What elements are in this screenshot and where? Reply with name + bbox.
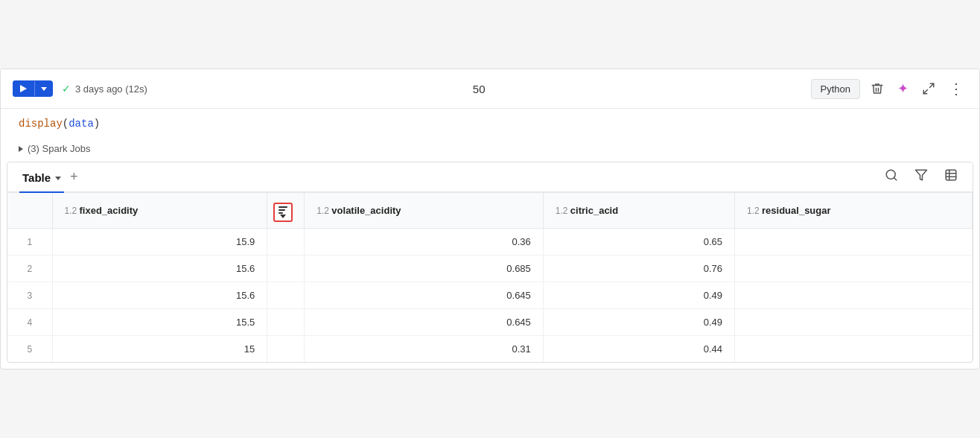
residual-sugar-value [735, 336, 973, 363]
row-number: 3 [7, 282, 52, 309]
search-button[interactable] [882, 165, 901, 188]
table-section: Table + [7, 162, 973, 363]
col-header-sort-btn [267, 193, 305, 229]
table-row: 315.60.6450.49 [7, 282, 973, 309]
row-num-header [7, 193, 52, 229]
citric-acid-value: 0.49 [543, 282, 734, 309]
run-icon [20, 85, 27, 92]
sort-line-3 [279, 212, 283, 214]
search-icon [885, 168, 898, 182]
residual-sugar-value [735, 229, 973, 256]
ai-button[interactable]: ✦ [894, 77, 911, 100]
row-number: 5 [7, 336, 52, 363]
run-btn-group [13, 80, 53, 97]
row-number: 4 [7, 309, 52, 336]
check-icon: ✓ [62, 83, 71, 95]
volatile-acidity-label: volatile_acidity [331, 205, 401, 216]
residual-sugar-value [735, 309, 973, 336]
expand-button[interactable] [919, 79, 938, 98]
tab-actions [882, 165, 961, 188]
citric-acid-value: 0.44 [543, 336, 734, 363]
table-container: 1.2 fixed_acidity [7, 193, 973, 362]
delete-button[interactable] [868, 79, 887, 98]
volatile-acidity-type: 1.2 [316, 206, 331, 216]
svg-line-1 [923, 90, 927, 94]
sort-col-cell [267, 309, 305, 336]
row-number: 1 [7, 229, 52, 256]
code-area: display(data) [1, 109, 979, 139]
ellipsis-icon: ⋮ [949, 80, 964, 98]
code-argument: data [69, 118, 94, 130]
layout-icon [944, 168, 958, 182]
more-button[interactable]: ⋮ [946, 77, 967, 101]
add-tab-button[interactable]: + [64, 169, 84, 185]
fixed-acidity-value: 15.6 [52, 282, 267, 309]
svg-line-0 [930, 83, 934, 87]
trash-icon [871, 82, 884, 95]
table-row: 5150.310.44 [7, 336, 973, 363]
citric-acid-value: 0.49 [543, 309, 734, 336]
run-button[interactable] [13, 80, 34, 97]
svg-line-3 [894, 177, 896, 180]
filter-button[interactable] [911, 165, 931, 188]
spark-jobs-label: (3) Spark Jobs [28, 143, 91, 154]
sort-lines [279, 206, 287, 214]
table-row: 415.50.6450.49 [7, 309, 973, 336]
sparkle-icon: ✦ [897, 80, 909, 97]
header-row: 1.2 fixed_acidity [7, 193, 973, 229]
table-tabs: Table + [7, 162, 973, 193]
volatile-acidity-value: 0.645 [305, 282, 544, 309]
sort-down-icon [280, 215, 286, 218]
execution-count: 50 [156, 83, 802, 95]
col-header-volatile-acidity: 1.2 volatile_acidity [305, 193, 544, 229]
sort-icon [279, 206, 287, 218]
sort-line-2 [279, 209, 285, 211]
fixed-acidity-type: 1.2 [65, 206, 80, 216]
sort-button[interactable] [273, 203, 293, 222]
residual-sugar-type: 1.2 [747, 206, 762, 216]
code-paren-open: ( [63, 118, 69, 130]
chevron-down-icon [41, 87, 47, 91]
table-tab[interactable]: Table [19, 162, 64, 193]
svg-rect-5 [946, 170, 956, 180]
col-header-citric-acid: 1.2 citric_acid [543, 193, 734, 229]
volatile-acidity-value: 0.645 [305, 309, 544, 336]
code-display-func: display [19, 118, 63, 130]
sort-col-cell [267, 256, 305, 282]
fixed-acidity-value: 15.6 [52, 256, 267, 282]
run-dropdown-button[interactable] [35, 83, 53, 95]
residual-sugar-value [735, 282, 973, 309]
filter-icon [914, 168, 928, 182]
volatile-acidity-value: 0.685 [305, 256, 544, 282]
sort-col-cell [267, 282, 305, 309]
spark-expand-icon [19, 146, 23, 152]
data-table: 1.2 fixed_acidity [7, 193, 973, 362]
table-tab-label: Table [22, 171, 51, 184]
table-row: 115.90.360.65 [7, 229, 973, 256]
fixed-acidity-value: 15.9 [52, 229, 267, 256]
svg-marker-4 [916, 170, 927, 180]
residual-sugar-label: residual_sugar [762, 205, 831, 216]
volatile-acidity-value: 0.31 [305, 336, 544, 363]
sort-col-cell [267, 229, 305, 256]
sort-col-cell [267, 336, 305, 363]
fixed-acidity-label: fixed_acidity [80, 205, 139, 216]
language-button[interactable]: Python [811, 79, 860, 99]
status-text: 3 days ago (12s) [75, 83, 147, 95]
toolbar-actions: Python ✦ ⋮ [811, 77, 967, 101]
citric-acid-label: citric_acid [570, 205, 618, 216]
volatile-acidity-value: 0.36 [305, 229, 544, 256]
fixed-acidity-value: 15.5 [52, 309, 267, 336]
status-indicator: ✓ 3 days ago (12s) [62, 83, 147, 95]
cell-toolbar: ✓ 3 days ago (12s) 50 Python ✦ [1, 69, 979, 109]
expand-icon [922, 82, 935, 95]
row-number: 2 [7, 256, 52, 282]
table-body: 115.90.360.65215.60.6850.76315.60.6450.4… [7, 229, 973, 363]
notebook-cell: ✓ 3 days ago (12s) 50 Python ✦ [0, 69, 980, 369]
layout-button[interactable] [941, 165, 961, 188]
residual-sugar-value [735, 256, 973, 282]
sort-line-1 [279, 206, 287, 208]
citric-acid-type: 1.2 [556, 206, 570, 216]
col-header-fixed-acidity: 1.2 fixed_acidity [52, 193, 267, 229]
citric-acid-value: 0.76 [543, 256, 734, 282]
